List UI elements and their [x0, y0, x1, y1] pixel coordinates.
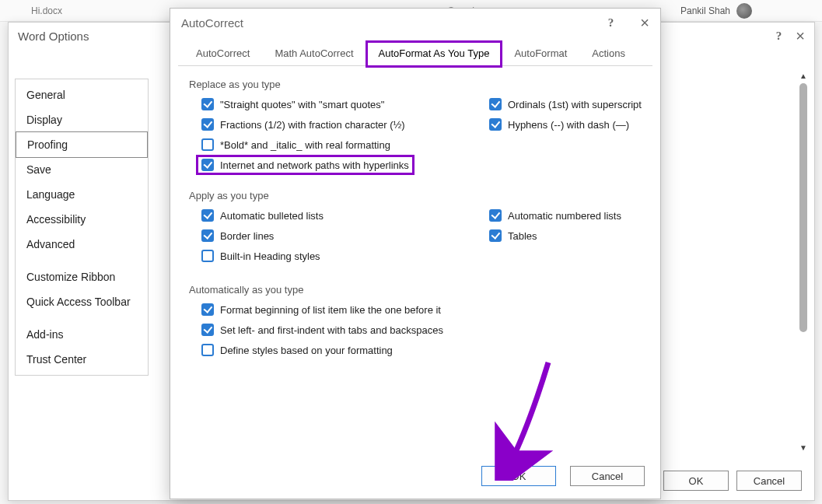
checkbox-icon[interactable] — [201, 344, 214, 356]
sidebar-item-advanced[interactable]: Advanced — [16, 232, 148, 257]
checkbox-icon[interactable] — [201, 98, 214, 110]
sidebar-item-save[interactable]: Save — [16, 157, 148, 182]
sidebar-item-label: Trust Center — [26, 353, 86, 366]
help-icon[interactable]: ? — [608, 16, 614, 30]
option-ordinals[interactable]: Ordinals (1st) with superscript — [486, 96, 645, 112]
tab-label: AutoFormat — [514, 47, 567, 59]
checkbox-icon[interactable] — [201, 229, 214, 242]
autocorrect-dialog: AutoCorrect ? × AutoCorrect Math AutoCor… — [170, 8, 661, 499]
ok-button[interactable]: OK — [481, 466, 556, 486]
tab-autoformat-as-you-type[interactable]: AutoFormat As You Type — [367, 42, 502, 66]
option-bold-italic[interactable]: *Bold* and _italic_ with real formatting — [198, 137, 645, 152]
word-options-sidebar: General Display Proofing Save Language A… — [15, 79, 149, 376]
option-straight-quotes[interactable]: "Straight quotes" with "smart quotes" — [198, 96, 486, 112]
checkbox-label: Hyphens (--) with dash (—) — [508, 119, 629, 131]
tab-label: Actions — [592, 47, 625, 59]
sidebar-item-customize-ribbon[interactable]: Customize Ribbon — [16, 264, 148, 289]
option-internet-hyperlinks[interactable]: Internet and network paths with hyperlin… — [198, 157, 412, 173]
ok-button[interactable]: OK — [663, 471, 729, 491]
word-options-title: Word Options — [18, 30, 89, 43]
option-tables[interactable]: Tables — [486, 228, 645, 243]
ok-button-label: OK — [689, 475, 704, 487]
cancel-button-label: Cancel — [592, 471, 623, 482]
close-icon[interactable]: × — [796, 32, 805, 40]
checkbox-label: Automatic bulleted lists — [220, 210, 324, 222]
autocorrect-titlebar: AutoCorrect ? × — [170, 9, 660, 37]
checkbox-icon[interactable] — [489, 229, 502, 242]
autocorrect-content: Replace as you type "Straight quotes" wi… — [170, 66, 660, 366]
sidebar-item-language[interactable]: Language — [16, 182, 148, 207]
auto-options-list: Format beginning of list item like the o… — [186, 302, 645, 358]
checkbox-label: Format beginning of list item like the o… — [220, 304, 441, 316]
option-border-lines[interactable]: Border lines — [198, 228, 486, 243]
option-format-beginning[interactable]: Format beginning of list item like the o… — [198, 302, 645, 317]
checkbox-icon[interactable] — [489, 209, 502, 222]
sidebar-item-display[interactable]: Display — [16, 107, 148, 132]
sidebar-item-add-ins[interactable]: Add-ins — [16, 322, 148, 347]
ok-button-label: OK — [512, 471, 526, 482]
cancel-button[interactable]: Cancel — [736, 471, 802, 491]
scroll-up-icon[interactable]: ▲ — [797, 69, 810, 82]
checkbox-icon[interactable] — [201, 324, 214, 336]
checkbox-label: Tables — [508, 230, 537, 242]
option-set-indent[interactable]: Set left- and first-indent with tabs and… — [198, 322, 645, 338]
option-heading-styles[interactable]: Built-in Heading styles — [198, 248, 645, 264]
sidebar-item-general[interactable]: General — [16, 82, 148, 107]
replace-options-grid: "Straight quotes" with "smart quotes" Or… — [186, 96, 645, 173]
avatar — [736, 3, 752, 19]
checkbox-icon[interactable] — [489, 118, 502, 131]
checkbox-label: Built-in Heading styles — [220, 250, 320, 262]
sidebar-item-quick-access-toolbar[interactable]: Quick Access Toolbar — [16, 289, 148, 314]
checkbox-icon[interactable] — [201, 159, 214, 171]
sidebar-item-label: Add-ins — [26, 328, 63, 341]
sidebar-item-trust-center[interactable]: Trust Center — [16, 347, 148, 372]
option-auto-numbered[interactable]: Automatic numbered lists — [486, 208, 645, 223]
close-icon[interactable]: × — [640, 19, 649, 26]
option-define-styles[interactable]: Define styles based on your formatting — [198, 342, 645, 358]
autocorrect-title: AutoCorrect — [181, 16, 243, 30]
tab-math-autocorrect[interactable]: Math AutoCorrect — [263, 42, 365, 66]
checkbox-icon[interactable] — [201, 250, 214, 262]
tab-label: Math AutoCorrect — [275, 47, 353, 59]
checkbox-icon[interactable] — [201, 118, 214, 131]
section-heading-apply: Apply as you type — [189, 190, 645, 201]
bg-filename: Hi.docx — [31, 5, 62, 16]
checkbox-icon[interactable] — [201, 138, 214, 151]
tab-actions[interactable]: Actions — [580, 42, 637, 66]
tab-autoformat[interactable]: AutoFormat — [502, 42, 579, 66]
sidebar-item-label: Save — [26, 163, 51, 176]
word-options-buttons: OK Cancel — [663, 471, 802, 491]
apply-options-grid: Automatic bulleted lists Automatic numbe… — [186, 208, 645, 264]
scroll-down-icon[interactable]: ▼ — [797, 441, 810, 453]
checkbox-label: Ordinals (1st) with superscript — [508, 99, 642, 110]
help-icon[interactable]: ? — [776, 30, 782, 43]
option-hyphens[interactable]: Hyphens (--) with dash (—) — [486, 117, 645, 132]
sidebar-item-label: Display — [26, 114, 62, 126]
sidebar-item-label: Customize Ribbon — [26, 271, 115, 283]
section-heading-replace: Replace as you type — [189, 79, 645, 90]
checkbox-label: Define styles based on your formatting — [220, 345, 393, 356]
cancel-button[interactable]: Cancel — [570, 466, 645, 486]
sidebar-item-label: Quick Access Toolbar — [26, 296, 131, 308]
scrollbar-thumb[interactable] — [799, 83, 807, 332]
sidebar-item-label: Proofing — [27, 138, 68, 151]
sidebar-item-proofing[interactable]: Proofing — [16, 131, 148, 158]
checkbox-icon[interactable] — [201, 303, 214, 316]
autocorrect-buttons: OK Cancel — [481, 466, 645, 486]
sidebar-item-label: Language — [26, 188, 75, 201]
options-scrollbar[interactable]: ▲ ▼ — [797, 69, 810, 453]
sidebar-item-label: Accessibility — [26, 213, 86, 226]
sidebar-item-accessibility[interactable]: Accessibility — [16, 207, 148, 232]
tab-autocorrect[interactable]: AutoCorrect — [184, 42, 261, 66]
option-fractions[interactable]: Fractions (1/2) with fraction character … — [198, 117, 486, 132]
option-auto-bulleted[interactable]: Automatic bulleted lists — [198, 208, 486, 223]
checkbox-icon[interactable] — [201, 209, 214, 222]
section-heading-auto: Automatically as you type — [189, 284, 645, 296]
checkbox-label: "Straight quotes" with "smart quotes" — [220, 99, 384, 110]
sidebar-item-label: Advanced — [26, 238, 75, 250]
checkbox-icon[interactable] — [489, 98, 502, 110]
checkbox-label: Border lines — [220, 230, 274, 242]
tab-label: AutoCorrect — [196, 47, 250, 59]
bg-user-area: Pankil Shah — [680, 3, 752, 19]
checkbox-label: *Bold* and _italic_ with real formatting — [220, 139, 390, 151]
